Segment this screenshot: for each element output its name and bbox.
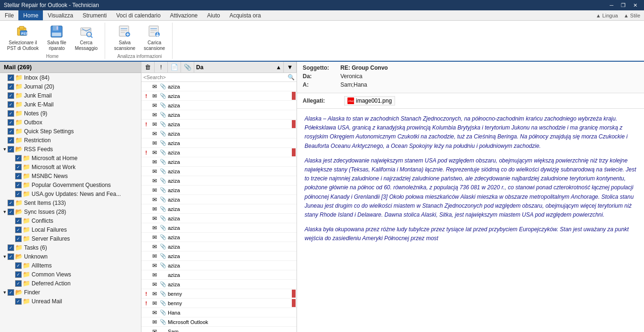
checkbox-junk2[interactable]: ✓	[8, 101, 14, 108]
email-row[interactable]: ! ✉ 📎 benny	[141, 289, 297, 299]
email-row[interactable]: ✉ 📎 aziza	[141, 214, 297, 223]
email-row[interactable]: ✉ 📎 aziza	[141, 204, 297, 214]
delete-button[interactable]: 🗑	[141, 62, 155, 73]
sidebar-item-notes[interactable]: ✓ 📁 Notes (9)	[0, 109, 141, 118]
email-row[interactable]: ✉ 📎 aziza	[141, 195, 297, 204]
checkbox-usagov[interactable]: ✓	[15, 191, 22, 197]
checkbox-conflicts[interactable]: ✓	[15, 218, 22, 224]
sidebar-item-msnbc[interactable]: ✓ 📁 MSNBC News	[0, 171, 141, 180]
ribbon-lingua[interactable]: ▲ Lingua	[596, 13, 618, 18]
sidebar-item-sent[interactable]: ✓ 📁 Sent Items (133)	[0, 198, 141, 207]
seleziona-button[interactable]: PST Selezionare ilPST di Outlook	[4, 23, 42, 53]
menu-file[interactable]: File	[0, 10, 18, 20]
checkbox-common-views[interactable]: ✓	[15, 271, 22, 278]
email-row[interactable]: ! ✉ 📎 aziza	[141, 148, 297, 157]
email-row[interactable]: ✉ aziza	[141, 270, 297, 280]
email-row[interactable]: ✉ 📎 aziza	[141, 176, 297, 186]
email-row[interactable]: ✉ Sam	[141, 327, 297, 332]
sidebar-item-restriction[interactable]: ✓ 📁 Restriction	[0, 136, 141, 145]
email-row[interactable]: ! ✉ 📎 benny	[141, 299, 297, 308]
email-row[interactable]: ✉ 📎 aziza	[141, 138, 297, 148]
sidebar-item-unread-mail[interactable]: ✓ 📁 Unread Mail	[0, 297, 141, 306]
sidebar-item-allitems[interactable]: ✓ 📁 AllItems	[0, 261, 141, 270]
checkbox-finder[interactable]: ✓	[8, 289, 14, 296]
menu-visualizza[interactable]: Visualizza	[43, 10, 78, 20]
checkbox-rss[interactable]: ✓	[8, 146, 14, 153]
checkbox-local-failures[interactable]: ✓	[15, 227, 22, 233]
sidebar-item-tasks[interactable]: ✓ 📁 Tasks (6)	[0, 243, 141, 252]
sidebar-item-common-views[interactable]: ✓ 📁 Common Views	[0, 270, 141, 279]
minimize-button[interactable]: ─	[607, 2, 616, 8]
email-row[interactable]: ✉ 📎 aziza	[141, 129, 297, 138]
checkbox-notes[interactable]: ✓	[8, 110, 14, 117]
email-row[interactable]: ✉ 📎 aziza	[141, 261, 297, 270]
checkbox-quickstep[interactable]: ✓	[8, 128, 14, 135]
email-row[interactable]: ✉ 📎 Microsoft Outlook	[141, 317, 297, 327]
checkbox-unknown[interactable]: ✓	[8, 253, 14, 260]
sidebar-item-quickstep[interactable]: ✓ 📁 Quick Step Settings	[0, 127, 141, 136]
email-row[interactable]: ✉ 📎 aziza	[141, 233, 297, 242]
sidebar-item-junk-email2[interactable]: ✓ 📁 Junk E-Mail	[0, 100, 141, 109]
sidebar-item-finder[interactable]: ▼ ✓ 📂 Finder	[0, 288, 141, 297]
email-row[interactable]: ✉ 📎 aziza	[141, 186, 297, 195]
menu-acquista[interactable]: Acquista ora	[225, 10, 266, 20]
checkbox-server-failures[interactable]: ✓	[15, 235, 22, 242]
email-row[interactable]: ! ✉ 📎 aziza	[141, 120, 297, 129]
email-row[interactable]: ✉ 📎 aziza	[141, 280, 297, 289]
sidebar-item-ms-home[interactable]: ✓ 📁 Microsoft at Home	[0, 154, 141, 162]
salva-file-button[interactable]: Salva fileriparato	[44, 23, 70, 53]
checkbox-popular-gov[interactable]: ✓	[15, 182, 22, 188]
email-row[interactable]: ✉ 📎 aziza	[141, 82, 297, 91]
sidebar-item-popular-gov[interactable]: ✓ 📁 Popular Government Questions	[0, 180, 141, 189]
email-search-input[interactable]	[143, 74, 288, 80]
search-icon[interactable]: 🔍	[288, 74, 295, 81]
sidebar-item-deferred-action[interactable]: ✓ 📁 Deferred Action	[0, 279, 141, 288]
sidebar-item-usagov[interactable]: ✓ 📁 USA.gov Updates: News and Fea...	[0, 189, 141, 198]
expand-icon-sync[interactable]: ▼	[2, 210, 8, 214]
close-button[interactable]: ✕	[630, 2, 640, 8]
expand-icon-unknown[interactable]: ▼	[2, 254, 8, 259]
sidebar-item-junk-email[interactable]: ✓ 📁 Junk Email	[0, 91, 141, 100]
new-email-button[interactable]: 📄	[168, 62, 181, 73]
checkbox-outbox[interactable]: ✓	[8, 119, 14, 126]
expand-icon-finder[interactable]: ▼	[2, 290, 8, 295]
menu-voci-calendario[interactable]: Voci di calendario	[112, 10, 165, 20]
sidebar-item-conflicts[interactable]: ✓ 📁 Conflicts	[0, 216, 141, 225]
restore-button[interactable]: ❐	[618, 2, 628, 8]
cerca-messaggio-button[interactable]: CercaMessaggio	[72, 23, 101, 53]
menu-strumenti[interactable]: Strumenti	[78, 10, 111, 20]
sidebar-item-outbox[interactable]: ✓ 📁 Outbox	[0, 118, 141, 127]
checkbox-sent[interactable]: ✓	[8, 200, 14, 206]
menu-attivazione[interactable]: Attivazione	[165, 10, 203, 20]
menu-home[interactable]: Home	[18, 10, 43, 20]
exclamation-button[interactable]: !	[155, 62, 168, 73]
sidebar-item-server-failures[interactable]: ✓ 📁 Server Failures	[0, 234, 141, 243]
sender-column-header[interactable]: Da ▲	[194, 64, 283, 71]
checkbox-junk[interactable]: ✓	[8, 92, 14, 99]
expand-button[interactable]: ▼	[283, 62, 297, 73]
checkbox-journal[interactable]: ✓	[8, 83, 14, 90]
email-row[interactable]: ✉ 📎 aziza	[141, 242, 297, 251]
salva-scansione-button[interactable]: Salvascansione	[111, 23, 139, 53]
email-row[interactable]: ✉ 📎 Hana	[141, 308, 297, 317]
expand-icon-rss[interactable]: ▼	[2, 147, 8, 152]
email-row[interactable]: ✉ 📎 aziza	[141, 110, 297, 120]
sidebar-item-ms-work[interactable]: ✓ 📁 Microsoft at Work	[0, 162, 141, 171]
sidebar-item-journal[interactable]: ✓ 📁 Journal (20)	[0, 82, 141, 91]
attach-button[interactable]: 📎	[181, 62, 194, 73]
ribbon-stile[interactable]: ▲ Stile	[624, 13, 640, 18]
sidebar-item-inbox[interactable]: ✓ 📁 Inbox (84)	[0, 73, 141, 82]
email-row[interactable]: ✉ 📎 aziza	[141, 251, 297, 261]
menu-aiuto[interactable]: Aiuto	[202, 10, 224, 20]
checkbox-ms-work[interactable]: ✓	[15, 164, 22, 170]
checkbox-tasks[interactable]: ✓	[8, 244, 14, 251]
email-row[interactable]: ✉ 📎 aziza	[141, 157, 297, 167]
checkbox-restriction[interactable]: ✓	[8, 137, 14, 144]
checkbox-sync[interactable]: ✓	[8, 209, 14, 215]
email-row[interactable]: ✉ 📎 aziza	[141, 101, 297, 110]
checkbox-msnbc[interactable]: ✓	[15, 173, 22, 179]
checkbox-deferred-action[interactable]: ✓	[15, 280, 22, 287]
email-row[interactable]: ✉ 📎 aziza	[141, 223, 297, 233]
carica-scansione-button[interactable]: Caricascansione	[140, 23, 168, 53]
sidebar-item-unknown[interactable]: ▼ ✓ 📂 Unknown	[0, 252, 141, 261]
